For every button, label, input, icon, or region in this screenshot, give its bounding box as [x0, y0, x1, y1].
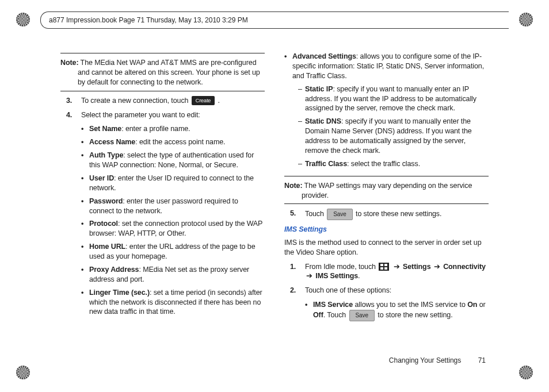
item-text: to store the new setting. — [376, 311, 453, 319]
item-label: Auth Type — [89, 151, 123, 159]
create-button[interactable]: Create — [192, 96, 215, 105]
list-item: Advanced Settings: allows you to configu… — [284, 52, 489, 172]
item-label: Advanced Settings — [292, 52, 356, 60]
ims-step-2: 2. Touch one of these options: IMS Servi… — [284, 286, 489, 324]
page-footer: Changing Your Settings 71 — [389, 356, 486, 364]
step-text: To create a new connection, touch — [81, 97, 190, 105]
step-body: Select the parameter you want to edit: S… — [81, 110, 265, 321]
menu-icon[interactable] — [379, 263, 389, 271]
note-block: Note: The MEdia Net WAP and AT&T MMS are… — [60, 58, 265, 87]
page-body: Note: The MEdia Net WAP and AT&T MMS are… — [60, 52, 489, 352]
list-item: Password: enter the user password requir… — [81, 197, 265, 216]
nav-seg: Settings — [403, 263, 431, 271]
step-body: Touch one of these options: IMS Service … — [305, 286, 489, 324]
item-desc: : edit the access point name. — [135, 138, 225, 146]
step-text: Touch one of these options: — [305, 286, 391, 294]
step-text: From Idle mode, touch — [305, 263, 378, 271]
svg-rect-2 — [380, 267, 383, 270]
step-body: Touch Save to store these new settings. — [305, 209, 489, 220]
ims-intro: IMS is the method used to connect to the… — [284, 238, 489, 258]
item-desc: : enter the User ID required to connect … — [89, 174, 254, 192]
step-number: 1. — [284, 262, 305, 282]
step-body: From Idle mode, touch ➔ Settings ➔ Conne… — [305, 262, 489, 282]
on-label: On — [467, 301, 477, 309]
svg-rect-0 — [380, 264, 383, 266]
arrow-icon: ➔ — [394, 263, 400, 271]
item-label: Linger Time (sec.) — [89, 289, 150, 297]
note-label: Note: — [284, 182, 302, 190]
svg-rect-3 — [384, 267, 387, 270]
step-text: to store these new settings. — [356, 210, 441, 218]
note-text: Note: The WAP settings may vary dependin… — [284, 181, 489, 201]
sub-item: Static DNS: specify if you want to manua… — [292, 117, 489, 156]
list-item: Auth Type: select the type of authentica… — [81, 151, 265, 170]
list-item: Set Name: enter a profile name. — [81, 124, 265, 134]
step-number: 5. — [284, 209, 305, 220]
note-body: The MEdia Net WAP and AT&T MMS are pre-c… — [78, 59, 260, 86]
step-5: 5. Touch Save to store these new setting… — [284, 209, 489, 220]
item-text: Touch — [327, 311, 348, 319]
step-3: 3. To create a new connection, touch Cre… — [60, 96, 265, 106]
crop-mark-icon — [16, 13, 30, 26]
sub-label: Static IP — [305, 85, 333, 93]
arrow-icon: ➔ — [306, 272, 312, 280]
rule — [60, 91, 265, 91]
ims-step-1: 1. From Idle mode, touch ➔ Settings ➔ Co… — [284, 262, 489, 282]
item-label: User ID — [89, 174, 114, 182]
rule — [284, 203, 489, 204]
period: . — [358, 272, 360, 280]
sub-item: Traffic Class: select the traffic class. — [292, 159, 489, 169]
item-text: allows you to set the IMS service to — [353, 301, 467, 309]
item-text: or — [477, 301, 485, 309]
step-number: 4. — [60, 110, 81, 321]
left-column: Note: The MEdia Net WAP and AT&T MMS are… — [60, 52, 265, 352]
step-body: To create a new connection, touch Create… — [81, 96, 265, 106]
nav-seg: Connectivity — [443, 263, 486, 271]
note-body: The WAP settings may vary depending on t… — [302, 182, 472, 199]
step-4: 4. Select the parameter you want to edit… — [60, 110, 265, 321]
footer-section: Changing Your Settings — [389, 356, 461, 364]
item-label: Access Name — [89, 138, 135, 146]
item-label: Home URL — [89, 243, 125, 251]
list-item: Proxy Address: MEdia Net set as the prox… — [81, 265, 265, 285]
section-heading: IMS Settings — [284, 225, 489, 235]
save-button[interactable]: Save — [349, 310, 375, 321]
print-header: a877 Impression.book Page 71 Thursday, M… — [40, 11, 509, 29]
note-block: Note: The WAP settings may vary dependin… — [284, 181, 489, 201]
sub-desc: : select the traffic class. — [347, 160, 420, 168]
off-label: Off — [313, 311, 323, 319]
sub-label: Static DNS — [305, 117, 341, 125]
list-item: Home URL: enter the URL address of the p… — [81, 242, 265, 262]
list-item: User ID: enter the User ID required to c… — [81, 174, 265, 193]
list-item: Protocol: set the connection protocol us… — [81, 219, 265, 239]
list-item: IMS Service allows you to set the IMS se… — [305, 300, 489, 321]
list-item: Linger Time (sec.): set a time period (i… — [81, 288, 265, 317]
page-number: 71 — [478, 356, 486, 364]
note-text: Note: The MEdia Net WAP and AT&T MMS are… — [60, 58, 265, 87]
nav-seg: IMS Settings — [315, 272, 358, 280]
list-item: Access Name: edit the access point name. — [81, 137, 265, 147]
print-header-text: a877 Impression.book Page 71 Thursday, M… — [49, 16, 248, 24]
arrow-icon: ➔ — [434, 263, 440, 271]
item-label: Protocol — [89, 220, 118, 228]
step-text: . — [218, 97, 220, 105]
item-label: IMS Service — [313, 301, 353, 309]
item-label: Proxy Address — [89, 266, 139, 274]
step-text: Touch — [305, 210, 326, 218]
rule — [284, 176, 489, 176]
svg-rect-1 — [384, 264, 387, 266]
step-text: Select the parameter you want to edit: — [81, 111, 200, 119]
rule — [60, 53, 265, 53]
item-desc: : enter a profile name. — [121, 125, 190, 133]
item-label: Set Name — [89, 125, 121, 133]
note-label: Note: — [60, 59, 78, 67]
sub-label: Traffic Class — [305, 160, 347, 168]
save-button[interactable]: Save — [327, 209, 352, 220]
step-number: 2. — [284, 286, 305, 324]
sub-item: Static IP: specify if you want to manual… — [292, 84, 489, 114]
right-column: Advanced Settings: allows you to configu… — [284, 52, 489, 352]
crop-mark-icon — [519, 366, 533, 379]
crop-mark-icon — [519, 13, 533, 26]
crop-mark-icon — [16, 366, 30, 379]
step-number: 3. — [60, 96, 81, 106]
